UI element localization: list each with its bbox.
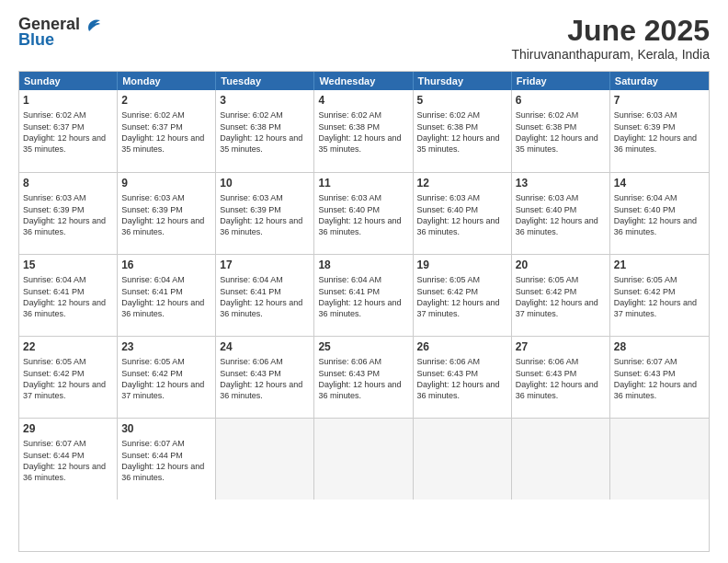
sunrise-label: Sunrise: 6:02 AM	[23, 110, 86, 120]
sunrise-label: Sunrise: 6:06 AM	[220, 357, 283, 366]
day-number: 8	[23, 176, 113, 190]
sunrise-label: Sunrise: 6:03 AM	[318, 193, 381, 202]
daylight-label: Daylight: 12 hours and 35 minutes.	[417, 133, 500, 154]
dow-monday: Monday	[118, 72, 216, 90]
sunrise-label: Sunrise: 6:02 AM	[318, 110, 381, 120]
day-number: 18	[318, 258, 408, 272]
day-number: 1	[23, 93, 113, 108]
day-cell-6: 6 Sunrise: 6:02 AM Sunset: 6:38 PM Dayli…	[512, 90, 610, 172]
daylight-label: Daylight: 12 hours and 36 minutes.	[220, 216, 302, 236]
daylight-label: Daylight: 12 hours and 36 minutes.	[220, 380, 302, 400]
sunset-label: Sunset: 6:43 PM	[417, 369, 479, 378]
sunset-label: Sunset: 6:42 PM	[417, 287, 479, 296]
calendar-header: Sunday Monday Tuesday Wednesday Thursday…	[19, 72, 709, 90]
day-number: 19	[417, 258, 507, 272]
header: General Blue June 2025 Thiruvananthapura…	[18, 15, 710, 62]
sunset-label: Sunset: 6:42 PM	[23, 369, 85, 378]
sunrise-label: Sunrise: 6:02 AM	[516, 110, 579, 120]
day-number: 27	[516, 339, 606, 354]
sunrise-label: Sunrise: 6:02 AM	[417, 110, 481, 120]
logo: General Blue	[18, 15, 102, 50]
sunrise-label: Sunrise: 6:05 AM	[417, 275, 481, 284]
daylight-label: Daylight: 12 hours and 37 minutes.	[23, 380, 106, 400]
day-number: 5	[417, 93, 507, 108]
dow-friday: Friday	[512, 72, 610, 90]
month-title: June 2025	[511, 15, 710, 47]
daylight-label: Daylight: 12 hours and 37 minutes.	[516, 298, 598, 318]
day-cell-19: 19 Sunrise: 6:05 AM Sunset: 6:42 PM Dayl…	[414, 255, 512, 336]
day-number: 4	[318, 93, 408, 108]
sunrise-label: Sunrise: 6:03 AM	[220, 193, 283, 202]
day-cell-10: 10 Sunrise: 6:03 AM Sunset: 6:39 PM Dayl…	[216, 173, 314, 254]
day-cell-17: 17 Sunrise: 6:04 AM Sunset: 6:41 PM Dayl…	[216, 255, 314, 336]
sunrise-label: Sunrise: 6:03 AM	[23, 193, 86, 202]
dow-sunday: Sunday	[19, 72, 118, 90]
sunset-label: Sunset: 6:43 PM	[516, 369, 577, 378]
daylight-label: Daylight: 12 hours and 35 minutes.	[220, 133, 302, 154]
day-number: 10	[220, 176, 310, 190]
sunrise-label: Sunrise: 6:04 AM	[121, 275, 185, 284]
week-row-3: 15 Sunrise: 6:04 AM Sunset: 6:41 PM Dayl…	[19, 254, 709, 336]
sunrise-label: Sunrise: 6:05 AM	[614, 275, 677, 284]
daylight-label: Daylight: 12 hours and 37 minutes.	[121, 380, 204, 400]
sunset-label: Sunset: 6:42 PM	[516, 287, 577, 296]
day-cell-29: 29 Sunrise: 6:07 AM Sunset: 6:44 PM Dayl…	[19, 419, 118, 500]
week-row-5: 29 Sunrise: 6:07 AM Sunset: 6:44 PM Dayl…	[19, 418, 709, 500]
day-cell-25: 25 Sunrise: 6:06 AM Sunset: 6:43 PM Dayl…	[314, 337, 413, 418]
day-number: 13	[516, 176, 606, 190]
sunrise-label: Sunrise: 6:05 AM	[121, 357, 185, 366]
sunset-label: Sunset: 6:41 PM	[220, 287, 281, 296]
day-number: 14	[614, 176, 705, 190]
daylight-label: Daylight: 12 hours and 36 minutes.	[417, 216, 500, 236]
day-cell-5: 5 Sunrise: 6:02 AM Sunset: 6:38 PM Dayli…	[414, 90, 512, 172]
dow-saturday: Saturday	[610, 72, 709, 90]
sunset-label: Sunset: 6:41 PM	[23, 287, 85, 296]
daylight-label: Daylight: 12 hours and 36 minutes.	[23, 216, 106, 236]
day-cell-2: 2 Sunrise: 6:02 AM Sunset: 6:37 PM Dayli…	[118, 90, 216, 172]
sunset-label: Sunset: 6:40 PM	[516, 205, 577, 214]
sunset-label: Sunset: 6:44 PM	[121, 451, 183, 460]
daylight-label: Daylight: 12 hours and 36 minutes.	[121, 462, 204, 482]
day-cell-24: 24 Sunrise: 6:06 AM Sunset: 6:43 PM Dayl…	[216, 337, 314, 418]
sunrise-label: Sunrise: 6:04 AM	[614, 193, 677, 202]
day-cell-4: 4 Sunrise: 6:02 AM Sunset: 6:38 PM Dayli…	[314, 90, 413, 172]
day-cell-3: 3 Sunrise: 6:02 AM Sunset: 6:38 PM Dayli…	[216, 90, 314, 172]
sunset-label: Sunset: 6:38 PM	[516, 122, 577, 132]
day-number: 6	[516, 93, 606, 108]
daylight-label: Daylight: 12 hours and 36 minutes.	[318, 380, 401, 400]
calendar-page: General Blue June 2025 Thiruvananthapura…	[0, 0, 728, 563]
daylight-label: Daylight: 12 hours and 35 minutes.	[23, 133, 106, 154]
day-cell-26: 26 Sunrise: 6:06 AM Sunset: 6:43 PM Dayl…	[414, 337, 512, 418]
sunset-label: Sunset: 6:40 PM	[318, 205, 380, 214]
daylight-label: Daylight: 12 hours and 36 minutes.	[318, 216, 401, 236]
daylight-label: Daylight: 12 hours and 35 minutes.	[318, 133, 401, 154]
day-number: 25	[318, 339, 408, 354]
sunset-label: Sunset: 6:42 PM	[614, 287, 676, 296]
sunrise-label: Sunrise: 6:06 AM	[417, 357, 481, 366]
day-number: 11	[318, 176, 408, 190]
sunrise-label: Sunrise: 6:05 AM	[516, 275, 579, 284]
empty-cell	[414, 419, 512, 500]
daylight-label: Daylight: 12 hours and 35 minutes.	[121, 133, 204, 154]
day-cell-18: 18 Sunrise: 6:04 AM Sunset: 6:41 PM Dayl…	[314, 255, 413, 336]
sunrise-label: Sunrise: 6:05 AM	[23, 357, 86, 366]
day-number: 28	[614, 339, 705, 354]
daylight-label: Daylight: 12 hours and 36 minutes.	[417, 380, 500, 400]
day-cell-11: 11 Sunrise: 6:03 AM Sunset: 6:40 PM Dayl…	[314, 173, 413, 254]
sunrise-label: Sunrise: 6:04 AM	[318, 275, 381, 284]
sunrise-label: Sunrise: 6:07 AM	[23, 439, 86, 448]
day-number: 26	[417, 339, 507, 354]
sunset-label: Sunset: 6:40 PM	[614, 205, 676, 214]
day-cell-16: 16 Sunrise: 6:04 AM Sunset: 6:41 PM Dayl…	[118, 255, 216, 336]
day-number: 20	[516, 258, 606, 272]
day-cell-13: 13 Sunrise: 6:03 AM Sunset: 6:40 PM Dayl…	[512, 173, 610, 254]
sunrise-label: Sunrise: 6:07 AM	[121, 439, 185, 448]
empty-cell	[512, 419, 610, 500]
sunset-label: Sunset: 6:41 PM	[121, 287, 183, 296]
day-number: 21	[614, 258, 705, 272]
day-number: 17	[220, 258, 310, 272]
sunset-label: Sunset: 6:43 PM	[614, 369, 676, 378]
sunrise-label: Sunrise: 6:03 AM	[614, 110, 677, 120]
day-number: 9	[121, 176, 211, 190]
sunset-label: Sunset: 6:40 PM	[417, 205, 479, 214]
